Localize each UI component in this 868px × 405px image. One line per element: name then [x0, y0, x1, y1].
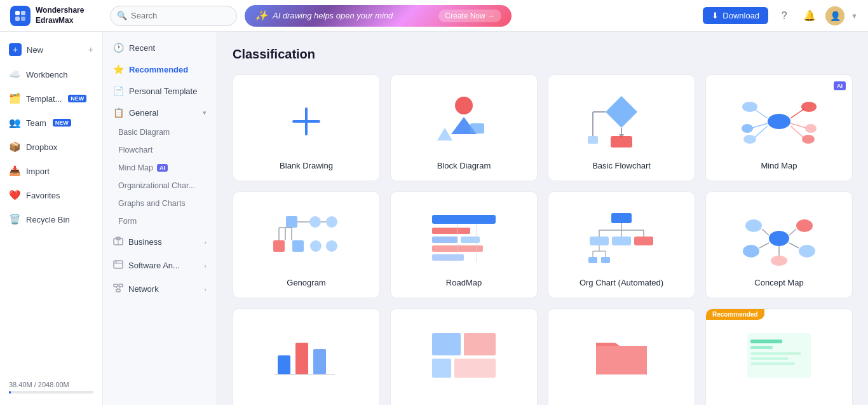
svg-rect-0	[15, 11, 20, 15]
sidebar-item-dropbox[interactable]: 📦 Dropbox	[0, 135, 102, 159]
svg-point-20	[455, 97, 473, 114]
network-icon	[113, 283, 123, 295]
user-avatar[interactable]: 👤	[825, 6, 844, 25]
nav-sub-org-chart[interactable]: Organizational Char...	[103, 177, 217, 195]
nav-sub-mind-map[interactable]: Mind Map AI	[103, 159, 217, 177]
sidebar-item-recycle-bin[interactable]: 🗑️ Recycle Bin	[0, 207, 102, 231]
svg-rect-2	[15, 17, 20, 21]
nav-item-label: Personal Template	[129, 86, 197, 96]
nav-section-label: General	[129, 108, 158, 118]
avatar-chevron-icon[interactable]: ▼	[851, 12, 858, 20]
nav-panel: 🕐 Recent ⭐ Recommended 📄 Personal Templa…	[103, 32, 217, 405]
svg-rect-78	[588, 257, 597, 263]
sidebar-item-workbench[interactable]: ☁️ Workbench	[0, 62, 102, 86]
nav-sub-form[interactable]: Form	[103, 212, 217, 230]
recommended-tag: Recommended	[706, 309, 764, 320]
nav-item-personal-template[interactable]: 📄 Personal Template	[103, 80, 217, 102]
nav-section-general[interactable]: 📋 General ▾	[103, 102, 217, 123]
svg-point-33	[742, 102, 757, 112]
svg-point-43	[802, 135, 815, 144]
card-label: Concept Map	[754, 278, 803, 287]
svg-line-86	[762, 229, 769, 235]
ai-banner[interactable]: ✨ AI drawing helps open your mind Create…	[245, 5, 512, 27]
business-icon	[113, 236, 123, 248]
app-name: Wondershare EdrawMax	[36, 6, 84, 25]
svg-rect-14	[119, 284, 123, 287]
nav-section-software[interactable]: Software An... ›	[103, 254, 217, 277]
ai-banner-text: AI drawing helps open your mind	[273, 11, 393, 20]
search-input[interactable]	[131, 11, 230, 20]
notification-button[interactable]: 🔔	[800, 6, 819, 25]
svg-rect-71	[590, 237, 609, 245]
cloud-icon: ☁️	[9, 69, 21, 80]
nav-section-label: Network	[128, 284, 159, 294]
ai-tag: AI	[834, 81, 846, 90]
search-bar[interactable]: 🔍	[110, 6, 237, 26]
nav-item-label: Recommended	[129, 65, 188, 74]
sidebar-item-team[interactable]: 👥 Team NEW	[0, 111, 102, 135]
sidebar-item-import[interactable]: 📥 Import	[0, 159, 102, 183]
sidebar-item-label: Workbench	[26, 70, 68, 79]
dropbox-icon: 📦	[9, 141, 21, 153]
network-chevron-icon: ›	[204, 285, 207, 293]
card-block-diagram[interactable]: Block Diagram	[390, 74, 538, 181]
svg-point-41	[805, 124, 817, 133]
logo-area: Wondershare EdrawMax	[10, 6, 102, 26]
card-visual-folder	[559, 322, 684, 388]
card-genogram[interactable]: Genogram	[233, 191, 380, 298]
card-org-chart-auto[interactable]: Org Chart (Automated)	[548, 191, 695, 298]
topbar-actions: ⬇ Download ? 🔔 👤 ▼	[703, 6, 858, 25]
nav-section-network[interactable]: Network ›	[103, 277, 217, 301]
card-roadmap[interactable]: RoadMap	[390, 191, 538, 298]
svg-rect-27	[611, 136, 632, 148]
svg-point-83	[743, 245, 759, 257]
card-basic-flowchart[interactable]: Basic Flowchart	[548, 74, 695, 181]
card-concept-map[interactable]: Concept Map	[705, 191, 853, 298]
recommended-icon: ⭐	[113, 64, 124, 74]
svg-rect-98	[454, 359, 496, 378]
sidebar: + New + ☁️ Workbench 🗂️ Templat... NEW 👥…	[0, 32, 103, 405]
nav-sub-basic-diagram[interactable]: Basic Diagram	[103, 123, 217, 141]
new-plus-icon: +	[9, 43, 22, 56]
card-recommended[interactable]: Recommended	[705, 308, 853, 405]
page-title: Classification	[233, 47, 853, 62]
app-logo-icon	[10, 6, 31, 26]
card-visual-recommended	[716, 322, 842, 388]
card-treemap[interactable]	[390, 308, 538, 405]
help-button[interactable]: ?	[775, 6, 794, 25]
nav-item-recent[interactable]: 🕐 Recent	[103, 37, 217, 58]
svg-rect-15	[116, 289, 120, 292]
sidebar-item-label: Team	[26, 118, 46, 128]
search-icon: 🔍	[117, 11, 127, 20]
sidebar-item-new[interactable]: + New +	[0, 37, 102, 62]
sidebar-item-favorites[interactable]: ❤️ Favorites	[0, 183, 102, 207]
nav-sub-graphs-charts[interactable]: Graphs and Charts	[103, 195, 217, 212]
nav-item-recommended[interactable]: ⭐ Recommended	[103, 58, 217, 80]
business-chevron-icon: ›	[204, 238, 207, 246]
card-bar-chart[interactable]	[233, 308, 380, 405]
recycle-icon: 🗑️	[9, 214, 21, 225]
download-button[interactable]: ⬇ Download	[703, 7, 768, 24]
sidebar-item-templates[interactable]: 🗂️ Templat... NEW	[0, 86, 102, 111]
svg-line-89	[789, 243, 799, 248]
card-visual-bar	[243, 322, 369, 388]
svg-point-46	[326, 216, 337, 228]
svg-rect-59	[432, 237, 458, 243]
svg-rect-91	[278, 355, 290, 374]
sidebar-item-label: Import	[26, 167, 50, 176]
card-folder[interactable]	[548, 308, 695, 405]
nav-sub-flowchart[interactable]: Flowchart	[103, 141, 217, 159]
card-mind-map[interactable]: AI	[705, 74, 853, 181]
svg-line-87	[789, 229, 796, 235]
storage-fill	[9, 391, 11, 394]
card-blank-drawing[interactable]: Blank Drawing	[233, 74, 380, 181]
svg-point-39	[801, 102, 817, 112]
sidebar-add-icon[interactable]: +	[88, 45, 93, 55]
templates-icon: 🗂️	[9, 93, 21, 104]
topbar: Wondershare EdrawMax 🔍 ✨ AI drawing help…	[0, 0, 868, 32]
card-visual-genogram	[243, 205, 369, 271]
ai-banner-cta[interactable]: Create Now →	[438, 10, 501, 22]
nav-section-business[interactable]: Business ›	[103, 230, 217, 254]
svg-rect-103	[750, 352, 801, 355]
new-badge: NEW	[68, 95, 86, 102]
